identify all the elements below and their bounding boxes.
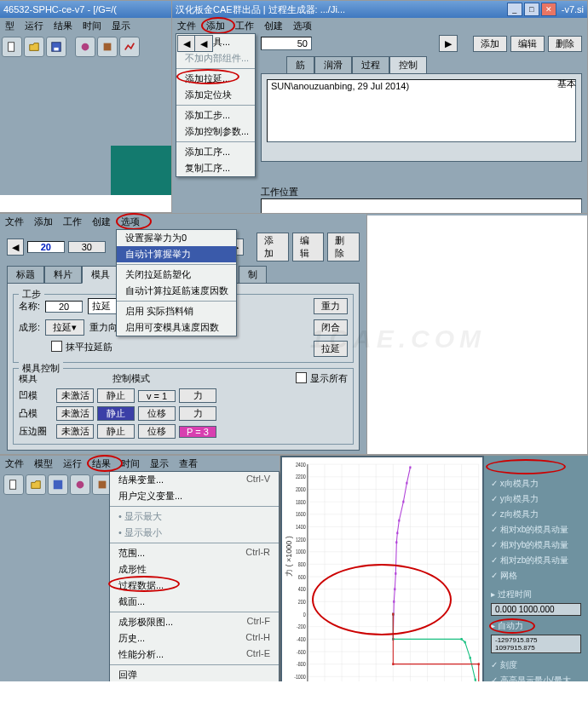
row-d[interactable]: 力 bbox=[179, 406, 216, 421]
tab-5[interactable]: 控制 bbox=[389, 56, 427, 74]
auto-val[interactable]: -1297915.875 1097915.875 bbox=[491, 635, 581, 653]
tool-ex2-icon[interactable] bbox=[97, 37, 118, 57]
row-c[interactable]: v = 1 bbox=[138, 390, 176, 402]
p2-grav-btn[interactable]: 重力 bbox=[314, 298, 348, 314]
p2-add[interactable]: 添加 bbox=[34, 215, 53, 228]
dd-add-block[interactable]: 添加定位块 bbox=[176, 87, 255, 103]
menu-run[interactable]: 运行 bbox=[25, 20, 43, 32]
p3-item-6[interactable]: 成形极限图...Ctrl-F bbox=[110, 614, 279, 630]
p3-display[interactable]: 显示 bbox=[150, 457, 169, 470]
p3-item-4[interactable]: 过程数据... bbox=[110, 577, 279, 594]
side-item[interactable]: ✓ 相对yb的模具动量 bbox=[491, 537, 581, 553]
menu-result[interactable]: 结果 bbox=[54, 20, 72, 32]
tab-2[interactable]: 筋 bbox=[286, 56, 314, 74]
btn-del[interactable]: 删除 bbox=[548, 36, 582, 52]
side-item[interactable]: ✓ 网格 bbox=[491, 568, 581, 583]
opt-3[interactable]: 自动计算拉延筋速度因数 bbox=[117, 283, 236, 299]
flat-check[interactable] bbox=[51, 341, 62, 352]
close-button[interactable]: ✕ bbox=[541, 3, 556, 16]
p2-option[interactable]: 选项 bbox=[121, 216, 140, 227]
p2-n2[interactable]: 30 bbox=[68, 241, 106, 253]
p2-work[interactable]: 工作 bbox=[63, 215, 82, 228]
dd-copy-proc[interactable]: 复制工序... bbox=[176, 160, 255, 176]
p3-item-5[interactable]: 截面... bbox=[110, 594, 279, 610]
p2-add-btn[interactable]: 添加 bbox=[257, 233, 289, 261]
p3-t2-icon[interactable] bbox=[26, 474, 46, 495]
tool-open-icon[interactable] bbox=[24, 37, 44, 57]
dd-add-ctrl[interactable]: 添加控制参数... bbox=[176, 124, 255, 140]
p3-time[interactable]: 时间 bbox=[121, 457, 140, 470]
p2-tab2[interactable]: 模具 bbox=[82, 266, 119, 284]
p2-name-val[interactable]: 20 bbox=[45, 301, 83, 313]
btn-add[interactable]: 添加 bbox=[473, 36, 507, 52]
row-a[interactable]: 未激活 bbox=[56, 424, 94, 439]
p3-item-9[interactable]: 回弹 bbox=[110, 667, 279, 681]
row-c[interactable]: 位移 bbox=[138, 424, 176, 439]
p2-edit-btn[interactable]: 编辑 bbox=[292, 233, 325, 261]
opt-5[interactable]: 启用可变模具速度因数 bbox=[117, 319, 236, 336]
p3-item-3[interactable]: 成形性 bbox=[110, 561, 279, 577]
row-b[interactable]: 静止 bbox=[97, 406, 135, 421]
p3-t1-icon[interactable] bbox=[3, 474, 24, 495]
tab-3[interactable]: 润滑 bbox=[314, 56, 352, 74]
opt-0[interactable]: 设置握举力为0 bbox=[117, 230, 236, 246]
p3-t3-icon[interactable] bbox=[48, 474, 68, 495]
p2-tab3[interactable]: 制 bbox=[239, 266, 267, 284]
opt-2[interactable]: 关闭拉延筋塑化 bbox=[117, 267, 236, 283]
pg-menu-work[interactable]: 工作 bbox=[235, 20, 254, 32]
p3-t4-icon[interactable] bbox=[70, 474, 90, 495]
side-item[interactable]: ✓ y向模具力 bbox=[491, 491, 581, 507]
p3-item-8[interactable]: 性能分析...Ctrl-E bbox=[110, 646, 279, 663]
opt-1[interactable]: 自动计算握举力 bbox=[117, 246, 236, 262]
p3-item-7[interactable]: 历史...Ctrl-H bbox=[110, 630, 279, 646]
nav-play-icon[interactable]: ▶ bbox=[439, 35, 458, 52]
showall-check[interactable] bbox=[296, 372, 307, 383]
p2-tab0[interactable]: 标题 bbox=[7, 266, 44, 284]
side-item[interactable]: ✓ 相对xb的模具动量 bbox=[491, 522, 581, 537]
side-item[interactable]: ✓ 相对zb的模具动量 bbox=[491, 553, 581, 568]
dd-add-proc[interactable]: 添加工序... bbox=[176, 144, 255, 160]
p2-prev-icon[interactable]: ◀ bbox=[7, 238, 24, 256]
p3-result[interactable]: 结果 bbox=[92, 458, 111, 468]
p2-cx-val[interactable]: 拉延 bbox=[53, 321, 72, 334]
p2-close-btn[interactable]: 闭合 bbox=[314, 319, 348, 336]
max-button[interactable]: □ bbox=[524, 3, 539, 16]
p3-item-1[interactable]: 用户定义变量... bbox=[110, 488, 279, 504]
p3-item-0[interactable]: 结果变量...Ctrl-V bbox=[110, 472, 279, 488]
nav-prev2-icon[interactable]: ◀ bbox=[194, 35, 213, 52]
p3-model[interactable]: 模型 bbox=[34, 457, 53, 470]
nav-value[interactable]: 50 bbox=[261, 37, 312, 50]
side-bottom-item[interactable]: ✓ 刻度 bbox=[491, 658, 581, 673]
time-val[interactable]: 0.000 1000.000 bbox=[491, 603, 581, 616]
p2-file[interactable]: 文件 bbox=[5, 215, 24, 228]
tool-ex1-icon[interactable] bbox=[75, 37, 95, 57]
side-bottom-item[interactable]: ✓ 高亮显示最小/最大 bbox=[491, 673, 581, 681]
dd-add-step[interactable]: 添加工步... bbox=[176, 107, 255, 124]
tab-4[interactable]: 过程 bbox=[352, 56, 389, 74]
row-a[interactable]: 未激活 bbox=[56, 406, 94, 421]
menu-time[interactable]: 时间 bbox=[83, 20, 101, 32]
p2-draw-btn[interactable]: 拉延 bbox=[314, 341, 348, 357]
row-b[interactable]: 静止 bbox=[97, 388, 135, 403]
row-d[interactable]: P = 3 bbox=[179, 426, 216, 438]
tool-ex3-icon[interactable] bbox=[119, 37, 140, 57]
p3-item-2[interactable]: 范围...Ctrl-R bbox=[110, 545, 279, 561]
p2-n1[interactable]: 20 bbox=[27, 241, 65, 253]
btn-edit[interactable]: 编辑 bbox=[510, 36, 545, 52]
p3-file[interactable]: 文件 bbox=[5, 457, 24, 470]
opt-4[interactable]: 启用 实际挡料销 bbox=[117, 303, 236, 319]
p3-view[interactable]: 查看 bbox=[179, 457, 198, 470]
p2-tab1[interactable]: 料片 bbox=[44, 266, 82, 284]
pg-menu-option[interactable]: 选项 bbox=[293, 20, 312, 32]
pg-menu-add[interactable]: 添加 bbox=[206, 20, 225, 31]
tool-save-icon[interactable] bbox=[46, 37, 66, 57]
p3-run[interactable]: 运行 bbox=[63, 457, 82, 470]
pg-menu-create[interactable]: 创建 bbox=[264, 20, 283, 32]
side-item[interactable]: ✓ x向模具力 bbox=[491, 476, 581, 491]
side-item[interactable]: ✓ z向模具力 bbox=[491, 507, 581, 522]
row-c[interactable]: 位移 bbox=[138, 406, 176, 421]
menu-model[interactable]: 型 bbox=[5, 20, 14, 32]
pg-menu-file[interactable]: 文件 bbox=[177, 20, 196, 32]
nav-prev-icon[interactable]: ◀ bbox=[177, 35, 196, 52]
row-b[interactable]: 静止 bbox=[97, 424, 135, 439]
